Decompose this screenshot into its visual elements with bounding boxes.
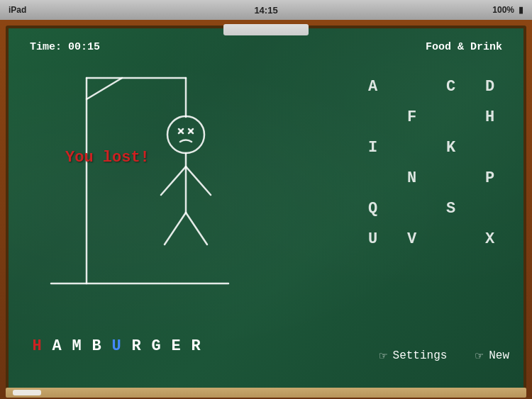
chalk-ledge-bottom — [6, 388, 526, 398]
hangman-area: You lost! — [30, 64, 299, 312]
grid-letter-K: K — [440, 139, 462, 157]
grid-letter-E: E — [362, 108, 384, 126]
chalkboard: Time: 00:15 Food & Drink — [6, 26, 526, 393]
word-display: H A M B U R G E R — [30, 337, 203, 355]
status-bar: iPad 14:15 100% ▮ — [0, 0, 532, 20]
letters-row-1: A B C D — [353, 78, 509, 96]
hangman-svg — [30, 64, 299, 312]
svg-line-4 — [87, 78, 122, 99]
grid-letter-H: H — [480, 108, 501, 126]
grid-letter-X: X — [480, 230, 501, 248]
svg-line-14 — [186, 213, 207, 245]
grid-letter-V: V — [401, 230, 423, 248]
status-left: iPad — [9, 5, 26, 15]
word-letter-4: U — [109, 337, 123, 355]
grid-letter-T: T — [480, 200, 501, 218]
word-letter-0: H — [30, 337, 44, 355]
you-lost-message: You lost! — [65, 149, 150, 167]
letters-row-6: U V W X — [353, 230, 509, 248]
battery-icon: ▮ — [519, 5, 523, 15]
word-letter-7: E — [169, 337, 183, 355]
grid-letter-W: W — [440, 230, 462, 248]
word-letter-3: B — [89, 337, 104, 355]
grid-letter-B: B — [401, 78, 423, 96]
grid-letter-Q: Q — [362, 200, 384, 218]
new-label: New — [489, 349, 509, 362]
grid-letter-L: L — [480, 139, 501, 157]
grid-letter-O: O — [440, 169, 462, 187]
svg-line-13 — [165, 213, 186, 245]
word-letter-8: R — [189, 337, 203, 355]
letters-grid: A B C D E F G H I J K L M N — [353, 78, 509, 261]
settings-icon: ☞ — [379, 348, 387, 364]
status-time: 14:15 — [254, 5, 277, 16]
new-icon: ☞ — [475, 348, 483, 364]
grid-letter-D: D — [480, 78, 501, 96]
timer-display: Time: 00:15 — [30, 41, 100, 53]
chalk-piece — [13, 390, 41, 395]
grid-letter-U: U — [362, 230, 384, 248]
letters-row-3: I J K L — [353, 139, 509, 157]
grid-letter-P: P — [480, 169, 501, 187]
bottom-buttons: ☞ Settings ☞ New — [379, 348, 509, 364]
svg-line-12 — [186, 167, 211, 195]
letters-row-5: Q R S T — [353, 200, 509, 218]
grid-letter-M: M — [362, 169, 384, 187]
grid-letter-J: J — [401, 139, 423, 157]
grid-letter-S: S — [440, 200, 462, 218]
word-letter-2: M — [70, 337, 84, 355]
svg-line-11 — [161, 167, 186, 195]
outer-frame: Time: 00:15 Food & Drink — [0, 20, 532, 399]
chalk-ledge-top — [223, 24, 309, 35]
letters-row-4: M N O P — [353, 169, 509, 187]
svg-point-5 — [167, 116, 204, 153]
letters-row-2: E F G H — [353, 108, 509, 126]
new-button[interactable]: ☞ New — [475, 348, 509, 364]
grid-letter-F: F — [401, 108, 423, 126]
settings-button[interactable]: ☞ Settings — [379, 348, 448, 364]
category-display: Food & Drink — [426, 41, 502, 53]
status-right: 100% ▮ — [492, 5, 523, 15]
grid-letter-G: G — [440, 108, 462, 126]
grid-letter-C: C — [440, 78, 462, 96]
word-letter-1: A — [50, 337, 64, 355]
settings-label: Settings — [393, 349, 448, 362]
grid-letter-A: A — [362, 78, 384, 96]
grid-letter-I: I — [362, 139, 384, 157]
word-letter-6: G — [149, 337, 163, 355]
battery-label: 100% — [492, 5, 514, 15]
grid-letter-R: R — [401, 200, 423, 218]
word-letter-5: R — [129, 337, 143, 355]
grid-letter-N: N — [401, 169, 423, 187]
